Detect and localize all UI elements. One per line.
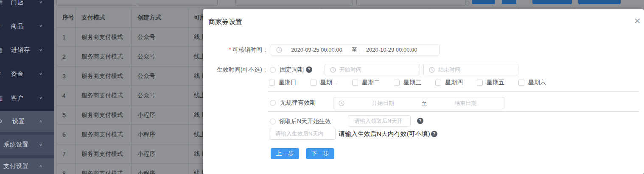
help-icon[interactable]: ? <box>431 131 437 137</box>
checkbox-icon[interactable] <box>352 80 358 86</box>
close-icon[interactable]: × <box>634 15 641 26</box>
topbar-button <box>578 0 621 4</box>
weekday-checkbox-group: 星期日 星期一 星期二 星期三 <box>269 79 560 86</box>
help-icon[interactable]: ? <box>306 66 312 73</box>
table-header: 创建方式 <box>132 8 188 27</box>
sidebar-item[interactable]: ▦ 进销存 ∨ <box>0 38 54 62</box>
sidebar-item[interactable]: ▥ 客户 ∨ <box>0 86 54 110</box>
fixed-end-time-input[interactable]: 结束时间 <box>423 64 518 75</box>
cell-index: 3 <box>57 66 76 86</box>
sidebar-item[interactable]: 支付设置 ∧ <box>0 158 54 174</box>
effective-time-label: 生效时间(可不选)： <box>203 64 268 75</box>
sidebar-item-label: 系统设置 <box>3 141 29 149</box>
range-separator: 至 <box>422 99 427 107</box>
checkbox-icon[interactable] <box>269 80 275 86</box>
store-icon: ▤ <box>0 0 4 6</box>
cell-pay-mode: 服务商支付模式 <box>76 28 132 47</box>
start-time-placeholder: 开始时间 <box>339 66 361 74</box>
help-icon[interactable]: ? <box>417 118 423 124</box>
sidebar-item-label: 商品 <box>11 22 24 30</box>
checkbox-icon[interactable] <box>477 80 483 86</box>
sidebar-item-label: 设置 <box>12 118 25 125</box>
goods-icon: ≡ <box>0 23 4 29</box>
chevron-icon: ∨ <box>39 72 42 76</box>
cell-index: 4 <box>57 86 76 105</box>
cell-create-method: 小程序 <box>132 164 188 174</box>
settings-icon: ⚙ <box>0 118 4 124</box>
clock-icon <box>330 67 336 73</box>
irregular-date-range-input[interactable]: 开始日期 至 结束日期 <box>333 97 504 109</box>
weekday-label: 星期四 <box>445 79 463 86</box>
sidebar-item-label: 支付设置 <box>3 163 29 170</box>
sidebar-item-label: 资金 <box>11 70 24 78</box>
page: 序号 支付模式 创建方式 可用 1 服务商支付模式 公众号 线上 <box>0 0 644 174</box>
prev-step-button[interactable]: 上一步 <box>271 148 299 159</box>
modal-title: 商家券设置 <box>208 18 242 27</box>
verify-end-value: 2020-10-29 00:00:00 <box>366 47 417 53</box>
fixed-cycle-radio[interactable] <box>270 67 276 73</box>
valid-days-input[interactable]: 请输入生效后N天内 <box>269 128 336 140</box>
filter-input <box>356 0 465 6</box>
merchant-coupon-settings-modal: 商家券设置 × *可核销时间： 2020-09-25 00:00:00 至 20… <box>203 9 644 174</box>
weekday-label: 星期六 <box>528 79 546 86</box>
weekday-label: 星期三 <box>403 79 421 86</box>
sidebar-item[interactable]: ▤ 门店 ∨ <box>0 0 54 14</box>
weekday-label: 星期五 <box>487 79 504 86</box>
after-receive-label[interactable]: 领取后N天开始生效 <box>279 116 331 127</box>
cell-create-method: 公众号 <box>132 28 188 47</box>
cell-pay-mode: 服务商支付模式 <box>76 144 132 163</box>
verify-time-range-input[interactable]: 2020-09-25 00:00:00 至 2020-10-29 00:00:0… <box>271 44 440 55</box>
sidebar-item[interactable]: ≡ 商品 ∨ <box>0 14 54 38</box>
next-step-button[interactable]: 下一步 <box>306 148 334 159</box>
cell-index: 7 <box>57 144 76 163</box>
customer-icon: ▥ <box>0 95 4 101</box>
verify-start-value: 2020-09-25 00:00:00 <box>291 47 342 53</box>
cell-create-method: 公众号 <box>132 66 188 86</box>
clock-icon <box>276 47 282 53</box>
sidebar-item[interactable]: ¥ 资金 ∨ <box>0 62 54 86</box>
fixed-cycle-label[interactable]: 固定周期 <box>280 64 304 75</box>
sidebar-item-label: 门店 <box>11 0 24 6</box>
weekday-label: 星期日 <box>279 79 297 86</box>
chevron-icon: ∧ <box>39 164 42 168</box>
cell-index: 2 <box>57 47 76 66</box>
chevron-icon: ∨ <box>39 0 42 4</box>
table-header: 支付模式 <box>76 8 132 27</box>
fixed-start-time-input[interactable]: 开始时间 <box>325 64 420 75</box>
divider <box>268 111 639 112</box>
checkbox-icon[interactable] <box>518 80 524 86</box>
sidebar-item[interactable]: 系统设置 ∨ <box>0 135 54 155</box>
clock-icon <box>429 67 435 73</box>
chevron-icon: ∨ <box>39 48 42 52</box>
weekday-option[interactable]: 星期五 <box>477 79 518 86</box>
weekday-label: 星期一 <box>320 79 338 86</box>
help-circle-icon <box>465 1 470 6</box>
after-receive-days-input[interactable]: 请输入领取后N天开 <box>348 115 411 127</box>
checkbox-icon[interactable] <box>394 80 400 86</box>
sidebar-menu: ▤ 门店 ∨ ≡ 商品 ∨ ▦ 进销存 ∨ ¥ 资 <box>0 0 54 174</box>
checkbox-icon[interactable] <box>311 80 316 86</box>
end-time-placeholder: 结束时间 <box>438 66 460 74</box>
funds-icon: ¥ <box>0 71 4 77</box>
cell-index: 8 <box>57 164 76 174</box>
topbar-button <box>532 0 572 4</box>
sidebar-item[interactable]: ⚙ 设置 ∧ <box>0 111 54 132</box>
filter-input <box>56 0 136 6</box>
topbar-button <box>472 0 495 4</box>
checkbox-icon[interactable] <box>435 80 441 86</box>
cell-create-method: 小程序 <box>132 125 188 144</box>
weekday-option[interactable]: 星期二 <box>352 79 394 86</box>
weekday-option[interactable]: 星期三 <box>394 79 435 86</box>
after-receive-radio[interactable] <box>270 119 276 124</box>
weekday-option[interactable]: 星期四 <box>435 79 477 86</box>
cell-create-method: 公众号 <box>132 47 188 66</box>
irregular-validity-radio[interactable] <box>270 100 276 106</box>
cell-create-method: 小程序 <box>132 105 188 124</box>
irregular-validity-label[interactable]: 无规律有效期 <box>280 97 316 108</box>
inventory-icon: ▦ <box>0 47 4 53</box>
verify-time-label: *可核销时间： <box>203 44 268 55</box>
cell-index: 5 <box>57 105 76 124</box>
weekday-option[interactable]: 星期日 <box>269 79 311 86</box>
weekday-option[interactable]: 星期六 <box>518 79 560 86</box>
weekday-option[interactable]: 星期一 <box>311 79 352 86</box>
